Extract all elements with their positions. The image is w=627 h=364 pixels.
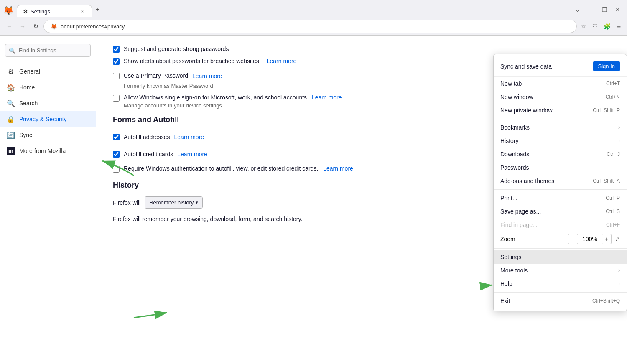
- autofill-credit-cards-checkbox[interactable]: [113, 151, 120, 158]
- reload-button[interactable]: ↻: [30, 20, 42, 32]
- exit-shortcut: Ctrl+Shift+Q: [592, 298, 620, 304]
- title-bar: 🦊 ⚙ Settings × + ⌄ — ❒ ✕: [0, 0, 627, 18]
- more-tools-arrow-icon: ›: [618, 267, 620, 273]
- tab-close-button[interactable]: ×: [79, 8, 86, 15]
- print-shortcut: Ctrl+P: [606, 195, 620, 201]
- maximize-button[interactable]: ❒: [599, 4, 610, 15]
- windows-auth-learn-more[interactable]: Learn more: [323, 165, 353, 172]
- breach-alerts-learn-more[interactable]: Learn more: [267, 58, 297, 64]
- new-private-label: New private window: [500, 107, 553, 114]
- strong-passwords-label[interactable]: Suggest and generate strong passwords: [113, 46, 229, 53]
- sidebar-item-general[interactable]: ⚙ General: [0, 64, 96, 79]
- window-controls: ⌄ — ❒ ✕: [572, 4, 624, 15]
- windows-sso-text: Allow Windows single sign-on for Microso…: [124, 94, 307, 101]
- mozilla-icon: m: [7, 147, 15, 155]
- primary-password-label[interactable]: Use a Primary Password: [113, 72, 188, 79]
- menu-item-exit[interactable]: Exit Ctrl+Shift+Q: [494, 294, 627, 308]
- url-display: about:preferences#privacy: [61, 23, 566, 30]
- settings-tab-icon: ⚙: [23, 8, 28, 15]
- windows-sso-learn-more[interactable]: Learn more: [312, 94, 342, 101]
- breach-alerts-checkbox[interactable]: [113, 58, 120, 65]
- menu-item-find-page[interactable]: Find in page... Ctrl+F: [494, 218, 627, 232]
- new-tab-shortcut: Ctrl+T: [606, 81, 620, 87]
- menu-item-addons[interactable]: Add-ons and themes Ctrl+Shift+A: [494, 174, 627, 188]
- autofill-credit-cards-learn-more[interactable]: Learn more: [177, 151, 207, 158]
- sign-in-button[interactable]: Sign In: [593, 61, 620, 71]
- save-page-shortcut: Ctrl+S: [606, 209, 620, 214]
- menu-divider-4: [494, 292, 627, 293]
- zoom-plus-button[interactable]: +: [602, 234, 612, 244]
- sidebar-item-privacy[interactable]: 🔒 Privacy & Security: [0, 111, 96, 127]
- close-window-button[interactable]: ✕: [612, 4, 624, 15]
- address-bar[interactable]: 🦊 about:preferences#privacy: [43, 20, 577, 33]
- strong-passwords-checkbox[interactable]: [113, 46, 120, 53]
- new-private-shortcut: Ctrl+Shift+P: [593, 107, 620, 113]
- menu-divider-2: [494, 189, 627, 190]
- new-window-shortcut: Ctrl+N: [606, 94, 620, 100]
- windows-auth-checkbox[interactable]: [113, 166, 120, 173]
- primary-password-learn-more[interactable]: Learn more: [192, 73, 222, 79]
- dropdown-arrow-icon: ▾: [196, 200, 198, 205]
- autofill-addresses-checkbox[interactable]: [113, 134, 120, 140]
- back-button[interactable]: ←: [3, 20, 15, 32]
- zoom-value: 100%: [581, 236, 598, 242]
- menu-item-downloads[interactable]: Downloads Ctrl+J: [494, 148, 627, 161]
- minimize-button[interactable]: —: [585, 4, 597, 15]
- bookmark-button[interactable]: ☆: [579, 21, 589, 31]
- menu-item-save-page[interactable]: Save page as... Ctrl+S: [494, 205, 627, 218]
- sidebar-label-mozilla: More from Mozilla: [19, 148, 66, 154]
- menu-item-history[interactable]: History ›: [494, 134, 627, 148]
- strong-passwords-text: Suggest and generate strong passwords: [124, 46, 229, 52]
- sidebar-item-sync[interactable]: 🔄 Sync: [0, 127, 96, 143]
- overflow-button[interactable]: ⌄: [572, 4, 584, 15]
- firefox-menu: Sync and save data Sign In New tab Ctrl+…: [493, 54, 627, 311]
- sidebar-label-privacy: Privacy & Security: [19, 116, 67, 122]
- search-icon: 🔍: [9, 47, 15, 53]
- windows-sso-checkbox[interactable]: [113, 95, 120, 102]
- sidebar-label-home: Home: [19, 84, 35, 91]
- settings-tab[interactable]: ⚙ Settings ×: [17, 5, 92, 17]
- zoom-expand-button[interactable]: ⤢: [615, 236, 620, 242]
- new-tab-button[interactable]: +: [92, 4, 104, 15]
- menu-header-row: Sync and save data Sign In: [500, 61, 620, 71]
- menu-sync-header: Sync and save data Sign In: [494, 58, 627, 77]
- menu-button[interactable]: ≡: [614, 21, 624, 31]
- forward-button[interactable]: →: [17, 20, 28, 32]
- menu-item-more-tools[interactable]: More tools ›: [494, 264, 627, 277]
- menu-item-passwords[interactable]: Passwords: [494, 161, 627, 174]
- find-page-label: Find in page...: [500, 221, 538, 228]
- history-label: History: [500, 137, 519, 144]
- menu-item-new-window[interactable]: New window Ctrl+N: [494, 90, 627, 104]
- breach-alerts-label[interactable]: Show alerts about passwords for breached…: [113, 58, 259, 65]
- windows-sso-sub: Manage accounts in your device settings: [124, 102, 342, 109]
- help-arrow-icon: ›: [618, 281, 620, 287]
- extensions-button[interactable]: 🧩: [602, 21, 612, 31]
- menu-item-help[interactable]: Help ›: [494, 277, 627, 290]
- exit-label: Exit: [500, 298, 510, 304]
- downloads-shortcut: Ctrl+J: [607, 151, 620, 157]
- menu-item-settings[interactable]: Settings: [494, 250, 627, 264]
- zoom-row: Zoom − 100% + ⤢: [494, 232, 627, 247]
- remember-history-dropdown[interactable]: Remember history ▾: [145, 196, 203, 209]
- new-window-label: New window: [500, 94, 533, 100]
- sidebar-label-general: General: [19, 68, 40, 75]
- sidebar-item-search[interactable]: 🔍 Search: [0, 95, 96, 111]
- settings-menu-label: Settings: [500, 254, 522, 260]
- setting-row-strong-passwords: Suggest and generate strong passwords: [113, 46, 610, 53]
- search-nav-icon: 🔍: [7, 99, 15, 107]
- menu-item-print[interactable]: Print... Ctrl+P: [494, 191, 627, 205]
- menu-item-new-private[interactable]: New private window Ctrl+Shift+P: [494, 104, 627, 117]
- sync-save-label: Sync and save data: [500, 63, 552, 70]
- pocket-button[interactable]: 🛡: [590, 21, 600, 31]
- primary-password-checkbox[interactable]: [113, 73, 120, 79]
- sidebar-item-home[interactable]: 🏠 Home: [0, 79, 96, 95]
- sidebar-item-mozilla[interactable]: m More from Mozilla: [0, 143, 96, 159]
- menu-item-bookmarks[interactable]: Bookmarks ›: [494, 121, 627, 134]
- primary-password-text: Use a Primary Password: [124, 72, 188, 79]
- zoom-controls: − 100% + ⤢: [568, 234, 620, 244]
- zoom-minus-button[interactable]: −: [568, 234, 578, 244]
- settings-sidebar: 🔍 ⚙ General 🏠 Home 🔍 Search 🔒 Privacy & …: [0, 36, 96, 364]
- menu-item-new-tab[interactable]: New tab Ctrl+T: [494, 77, 627, 90]
- find-in-settings-input[interactable]: [5, 44, 91, 57]
- autofill-addresses-learn-more[interactable]: Learn more: [174, 134, 204, 140]
